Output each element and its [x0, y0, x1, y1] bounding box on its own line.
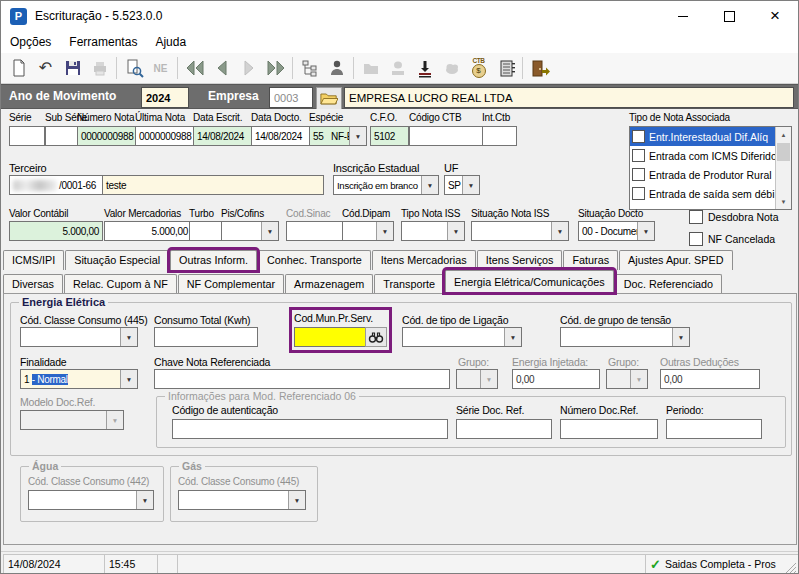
agua-classe-consumo-combo[interactable]: [28, 490, 154, 510]
consumo-total-field[interactable]: [154, 327, 258, 347]
grupo2-combo[interactable]: [606, 369, 648, 389]
dropdown-arrow-icon[interactable]: [120, 370, 137, 388]
list-item-entrada-icms-diferido[interactable]: Entrada com ICMS Diferido: [630, 146, 775, 165]
tab-conhec-transporte[interactable]: Conhec. Transporte: [258, 250, 371, 270]
ne-button[interactable]: NE: [147, 55, 174, 81]
exit-button[interactable]: [526, 55, 553, 81]
cod-dipam-combo[interactable]: [342, 221, 394, 241]
terceiro-doc-field[interactable]: /0001-66: [9, 175, 106, 195]
data-escrit-field[interactable]: 14/08/2024: [193, 126, 256, 146]
print-button[interactable]: [86, 55, 113, 81]
data-docto-field[interactable]: 14/08/2024: [251, 126, 314, 146]
next-record-button[interactable]: [235, 55, 262, 81]
first-record-button[interactable]: [181, 55, 208, 81]
print-preview-button[interactable]: [120, 55, 147, 81]
uf-combo[interactable]: SP: [444, 175, 480, 195]
close-button[interactable]: [752, 1, 798, 31]
tab-diversas[interactable]: Diversas: [3, 274, 63, 294]
minimize-button[interactable]: [660, 1, 706, 31]
dropdown-arrow-icon[interactable]: [288, 491, 305, 509]
dropdown-arrow-icon[interactable]: [504, 328, 521, 346]
undo-button[interactable]: ↶: [32, 55, 59, 81]
tree-view-button[interactable]: [296, 55, 323, 81]
menu-ferramentas[interactable]: Ferramentas: [60, 35, 146, 49]
scroll-up-icon[interactable]: [776, 127, 791, 142]
save-button[interactable]: [59, 55, 86, 81]
dropdown-arrow-icon[interactable]: [261, 222, 278, 240]
int-ctb-field[interactable]: [482, 126, 517, 146]
chave-nota-referenciada-field[interactable]: [154, 369, 450, 389]
dropdown-arrow-icon[interactable]: [672, 328, 689, 346]
especie-combo[interactable]: 55 NF-E: [309, 126, 367, 146]
cloud-button[interactable]: [438, 55, 465, 81]
menu-ajuda[interactable]: Ajuda: [146, 35, 195, 49]
scrollbar-thumb[interactable]: [777, 143, 790, 161]
situacao-docto-combo[interactable]: 00 - Documen: [578, 221, 655, 241]
dropdown-arrow-icon[interactable]: [136, 491, 153, 509]
folder-button[interactable]: [357, 55, 384, 81]
stamp-button[interactable]: [384, 55, 411, 81]
dropdown-arrow-icon[interactable]: [447, 222, 464, 240]
dropdown-arrow-icon[interactable]: [551, 222, 568, 240]
numero-doc-ref-field[interactable]: [560, 419, 658, 439]
classe-consumo-445-combo[interactable]: [20, 327, 138, 347]
checkbox[interactable]: [632, 187, 645, 200]
inscricao-estadual-combo[interactable]: Inscrição em branco: [333, 175, 439, 195]
grupo1-combo[interactable]: [456, 369, 498, 389]
dropdown-arrow-icon[interactable]: [480, 370, 497, 388]
valor-contabil-field[interactable]: 5.000,00: [9, 221, 103, 241]
dropdown-arrow-icon[interactable]: [120, 328, 137, 346]
dropdown-arrow-icon[interactable]: [376, 222, 393, 240]
export-download-button[interactable]: [411, 55, 438, 81]
tab-icms-ipi[interactable]: ICMS/IPI: [3, 250, 64, 270]
tab-situacao-especial[interactable]: Situação Especial: [65, 250, 169, 270]
tab-ajustes-apur-sped[interactable]: Ajustes Apur. SPED: [619, 250, 732, 270]
tab-transporte[interactable]: Transporte: [374, 274, 444, 294]
grupo-tensao-combo[interactable]: [560, 327, 690, 347]
energia-injetada-field[interactable]: 0,00: [512, 369, 600, 389]
dropdown-arrow-icon[interactable]: [630, 370, 647, 388]
serie-doc-ref-field[interactable]: [456, 419, 552, 439]
tab-itens-servicos[interactable]: Itens Serviços: [477, 250, 563, 270]
list-item-entrada-produtor-rural[interactable]: Entrada de Produtor Rural: [630, 165, 775, 184]
dropdown-arrow-icon[interactable]: [421, 176, 438, 194]
tab-energia-eletrica-comunicacoes[interactable]: Energia Elétrica/Comunicações: [445, 270, 614, 292]
desdobra-nota-checkbox[interactable]: Desdobra Nota: [689, 210, 779, 224]
situacao-nota-iss-combo[interactable]: [471, 221, 569, 241]
serie-field[interactable]: [9, 126, 45, 146]
tipo-nota-associada-listbox[interactable]: Entr.Interestadual Dif.Alíq Entrada com …: [629, 126, 792, 210]
previous-record-button[interactable]: [208, 55, 235, 81]
listbox-scrollbar[interactable]: [775, 127, 791, 209]
empresa-lookup-button[interactable]: [316, 87, 342, 110]
scroll-down-icon[interactable]: [776, 194, 791, 209]
tab-relac-cupom-nf[interactable]: Relac. Cupom à NF: [64, 274, 177, 294]
tab-armazenagem[interactable]: Armazenagem: [285, 274, 373, 294]
last-record-button[interactable]: [262, 55, 289, 81]
tab-nf-complementar[interactable]: NF Complementar: [178, 274, 284, 294]
finalidade-combo[interactable]: 1 - Normal: [20, 369, 138, 389]
tab-itens-mercadorias[interactable]: Itens Mercadorias: [372, 250, 476, 270]
ano-movimento-field[interactable]: 2024: [141, 87, 189, 108]
outras-deducoes-field[interactable]: 0,00: [660, 369, 760, 389]
turbo-field[interactable]: [189, 221, 223, 241]
cfo-field[interactable]: 5102: [370, 126, 409, 146]
tab-faturas[interactable]: Faturas: [563, 250, 618, 270]
dropdown-arrow-icon[interactable]: [462, 176, 479, 194]
list-item-entrada-saida-sem-debito[interactable]: Entrada de saída sem débi: [630, 184, 775, 203]
modelo-doc-ref-combo[interactable]: [20, 410, 124, 430]
nf-cancelada-checkbox[interactable]: NF Cancelada: [689, 232, 775, 246]
tab-doc-referenciado[interactable]: Doc. Referenciado: [615, 274, 722, 294]
empresa-name-field[interactable]: EMPRESA LUCRO REAL LTDA: [344, 87, 794, 108]
checkbox[interactable]: [632, 168, 645, 181]
codigo-autenticacao-field[interactable]: [172, 419, 448, 439]
ultima-nota-field[interactable]: 0000000988: [135, 126, 198, 146]
ctb-money-button[interactable]: CTB $: [465, 55, 492, 81]
codigo-ctb-field[interactable]: [409, 126, 483, 146]
terceiro-nome-field[interactable]: teste: [102, 175, 324, 195]
numero-nota-field[interactable]: 0000000988: [77, 126, 140, 146]
gas-classe-consumo-combo[interactable]: [178, 490, 306, 510]
empresa-code-field[interactable]: 0003: [269, 87, 313, 108]
new-document-button[interactable]: [5, 55, 32, 81]
checkbox[interactable]: [632, 149, 645, 162]
tipo-nota-iss-combo[interactable]: [401, 221, 465, 241]
